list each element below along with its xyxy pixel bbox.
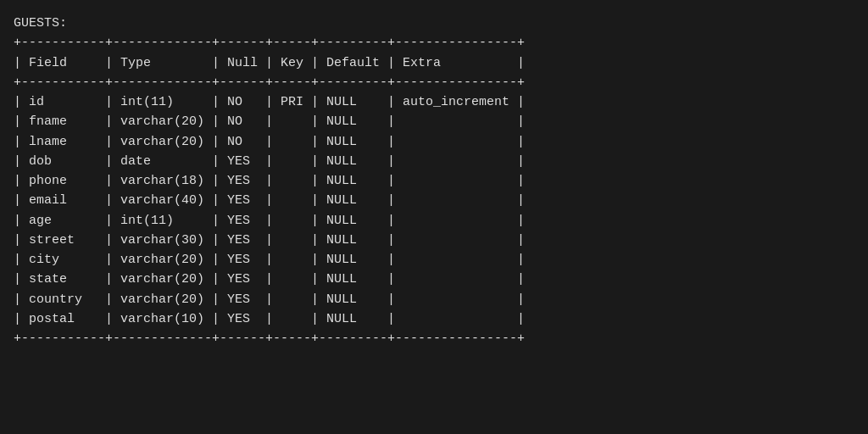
table-pre: GUESTS: +-----------+-------------+-----… (14, 14, 854, 348)
terminal-output: GUESTS: +-----------+-------------+-----… (14, 14, 854, 348)
